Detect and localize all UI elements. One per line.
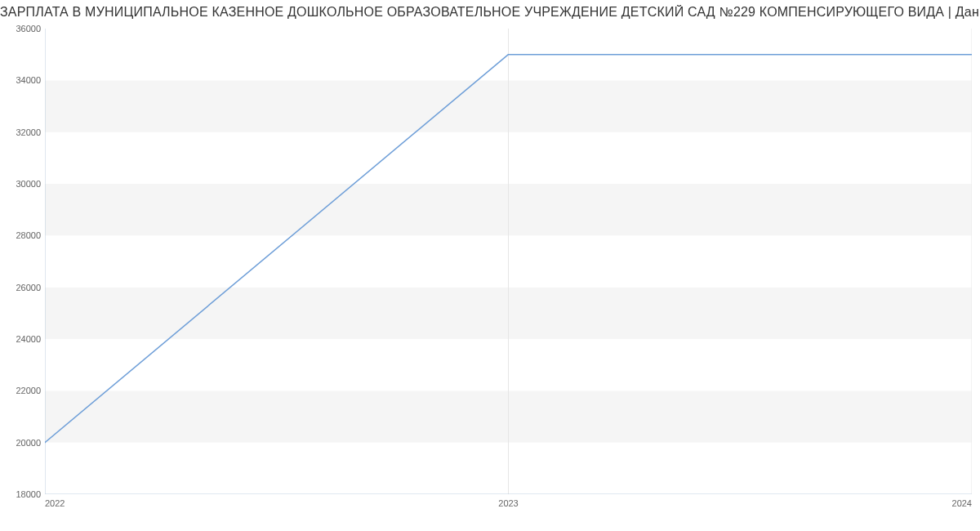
y-tick-label: 28000	[0, 230, 41, 240]
y-tick-label: 36000	[0, 24, 41, 33]
plot-svg	[45, 29, 972, 494]
y-tick-label: 20000	[0, 438, 41, 448]
x-tick-label: 2022	[45, 498, 65, 508]
x-tick-label: 2023	[498, 498, 518, 508]
y-tick-label: 34000	[0, 75, 41, 85]
y-tick-label: 18000	[0, 489, 41, 499]
chart-title: ЗАРПЛАТА В МУНИЦИПАЛЬНОЕ КАЗЕННОЕ ДОШКОЛ…	[0, 5, 980, 20]
y-tick-label: 32000	[0, 127, 41, 137]
y-tick-label: 22000	[0, 386, 41, 395]
x-tick-label: 2024	[952, 498, 972, 508]
y-tick-label: 30000	[0, 179, 41, 189]
salary-line-chart: ЗАРПЛАТА В МУНИЦИПАЛЬНОЕ КАЗЕННОЕ ДОШКОЛ…	[0, 0, 980, 531]
plot-area	[45, 29, 972, 494]
y-tick-label: 24000	[0, 334, 41, 344]
y-tick-label: 26000	[0, 283, 41, 292]
